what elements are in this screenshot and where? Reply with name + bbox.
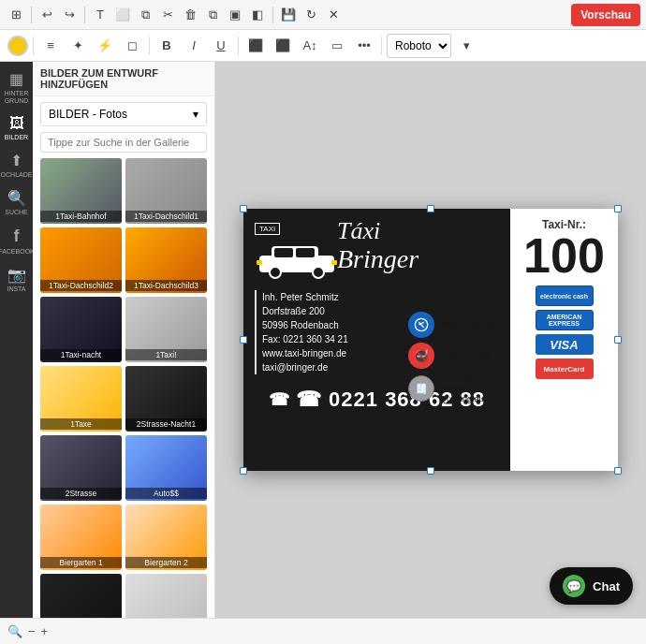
svg-rect-6	[257, 260, 262, 265]
thumb-label: 1Taxi-Dachschild3	[125, 280, 207, 291]
nosmoking-row: 🚭 Rauchverbot!	[408, 343, 507, 369]
list-item[interactable]: Fahrerinnenraum	[40, 574, 122, 618]
delete-button[interactable]: 🗑	[180, 5, 200, 25]
list-item[interactable]: 1Taxe	[40, 366, 122, 432]
format-separator-3	[238, 37, 239, 55]
thumb-label: 1Taxi-Dachschild2	[40, 280, 122, 291]
text-frame-button[interactable]: ▭	[325, 34, 349, 58]
bottom-bar: 🔍 − +	[0, 618, 646, 644]
format-toolbar: ≡ ✦ ⚡ ◻ B I U ⬛ ⬛ A↕ ▭ ••• Roboto ▾	[0, 30, 646, 62]
top-toolbar: ⊞ ↩ ↪ T ⬜ ⧉ ✂ 🗑 ⧉ ▣ ◧ 💾 ↻ ✕ Vorschau	[0, 0, 646, 30]
close-button[interactable]: ✕	[323, 5, 344, 25]
hintergrund-icon: ▦	[9, 70, 23, 88]
sidebar-item-bilder[interactable]: 🖼 BILDER	[3, 110, 31, 145]
toolbar-separator-3	[272, 7, 273, 23]
card-left-section: TAXI	[243, 209, 510, 471]
eraser-button[interactable]: ◻	[120, 34, 144, 58]
main-area: ▦ HINTERGRUND 🖼 BILDER ⬆ HOCHLADEN 🔍 SUC…	[0, 62, 646, 618]
toolbar-separator	[31, 7, 32, 23]
italic-button[interactable]: I	[182, 34, 206, 58]
vorschau-button[interactable]: Vorschau	[571, 4, 640, 26]
seatbelt-svg	[414, 317, 429, 332]
grid-icon[interactable]: ⊞	[6, 5, 26, 25]
seatbelt-icon	[408, 312, 434, 338]
group-button[interactable]: ▣	[225, 5, 245, 25]
list-item[interactable]: 1Taxi-Dachschild2	[40, 227, 122, 293]
format-separator-1	[33, 37, 34, 55]
sidebar-item-suche[interactable]: 🔍 SUCHE	[3, 184, 31, 220]
sparkle-button[interactable]: ✦	[66, 34, 90, 58]
list-item[interactable]: Fahrertaxi	[125, 574, 207, 618]
selection-handle-tr[interactable]	[614, 205, 622, 212]
thumb-label: 2Strasse-Nacht1	[125, 418, 207, 430]
amex-badge: AMERICAN EXPRESS	[536, 310, 594, 330]
nosmoking-icon: 🚭	[408, 343, 434, 369]
sidebar-item-insta[interactable]: 📷 INSTA	[3, 261, 31, 297]
list-item[interactable]: 2Strasse	[40, 435, 122, 501]
list-item[interactable]: Auto$$	[125, 435, 207, 501]
selection-handle-mr[interactable]	[614, 336, 622, 344]
zoom-out-button[interactable]: −	[28, 624, 36, 638]
svg-point-5	[313, 267, 324, 278]
lightning-button[interactable]: ⚡	[93, 34, 117, 58]
seatbelt-row: Bitte anschnallen!	[408, 312, 507, 338]
receipt-row: 🧾 Wir stellen Ihnen gerne eine Quittung …	[408, 373, 507, 403]
scissors-button[interactable]: ✂	[157, 5, 178, 25]
list-item[interactable]: Biergarten 1	[40, 505, 122, 570]
selection-handle-br[interactable]	[614, 467, 622, 475]
chat-button[interactable]: 💬 Chat	[550, 567, 633, 605]
svg-rect-2	[274, 248, 293, 257]
design-card[interactable]: TAXI	[243, 209, 618, 471]
canvas-area[interactable]: TAXI	[215, 62, 646, 618]
receipt-icon: 🧾	[408, 375, 434, 402]
copy-button[interactable]: ⧉	[135, 5, 155, 25]
bold-button[interactable]: B	[154, 34, 179, 58]
list-item[interactable]: 1Taxi-nacht	[40, 297, 122, 362]
sidebar-item-hochladen[interactable]: ⬆ HOCHLADEN	[3, 147, 31, 183]
zoom-icon[interactable]: 🔍	[7, 624, 22, 638]
duplicate-button[interactable]: ⧉	[202, 5, 223, 25]
font-dropdown-arrow[interactable]: ▾	[454, 34, 478, 58]
underline-button[interactable]: U	[209, 34, 233, 58]
frame-tool-button[interactable]: ⬜	[112, 5, 133, 25]
font-selector[interactable]: Roboto	[387, 34, 451, 58]
service-icons: Bitte anschnallen! 🚭 Rauchverbot! 🧾 Wir …	[408, 312, 507, 403]
payment-logos: electronic cash AMERICAN EXPRESS VISA Ma…	[518, 285, 610, 379]
format-separator-4	[381, 37, 382, 55]
save-button[interactable]: 💾	[278, 5, 299, 25]
dropdown-chevron-icon: ▾	[193, 108, 198, 121]
text-tool-button[interactable]: T	[90, 5, 110, 25]
toolbar-separator-2	[84, 7, 85, 23]
sidebar-item-facebook[interactable]: f FACEBOOK	[3, 222, 31, 259]
taxi-brand-name: Táxi Bringer	[337, 218, 418, 273]
svg-rect-3	[296, 248, 315, 257]
refresh-button[interactable]: ↻	[301, 5, 321, 25]
text-size-button[interactable]: A↕	[298, 34, 322, 58]
align-right-button[interactable]: ⬛	[271, 34, 295, 58]
undo-button[interactable]: ↩	[37, 5, 57, 25]
color-picker[interactable]	[7, 36, 28, 56]
list-item[interactable]: 1Taxi-Dachschild1	[125, 158, 207, 224]
category-dropdown[interactable]: BILDER - Fotos ▾	[40, 102, 207, 126]
thumb-label: 1Taxi!	[125, 349, 207, 360]
hochladen-icon: ⬆	[10, 152, 22, 169]
mastercard-badge: MasterCard	[536, 359, 594, 379]
list-item[interactable]: Biergarten 2	[125, 505, 207, 570]
phone-icon: ☎	[269, 389, 290, 410]
align-left-button[interactable]: ⬛	[243, 34, 268, 58]
zoom-in-button[interactable]: +	[41, 624, 49, 638]
taxi-brand: TAXI	[255, 218, 499, 283]
gallery-search-input[interactable]	[40, 132, 207, 153]
thumb-label: 2Strasse	[40, 488, 122, 499]
list-item[interactable]: 2Strasse-Nacht1	[125, 366, 207, 432]
thumb-label: 1Taxi-Bahnhof	[40, 211, 122, 222]
more-options-button[interactable]: •••	[352, 34, 376, 58]
list-item[interactable]: 1Taxi-Dachschild3	[125, 227, 207, 293]
format-separator-2	[149, 37, 150, 55]
align-center-button[interactable]: ≡	[38, 34, 63, 58]
sidebar-item-hintergrund[interactable]: ▦ HINTERGRUND	[3, 66, 31, 109]
list-item[interactable]: 1Taxi-Bahnhof	[40, 158, 122, 224]
list-item[interactable]: 1Taxi!	[125, 297, 207, 362]
layers-button[interactable]: ◧	[247, 5, 268, 25]
redo-button[interactable]: ↪	[59, 5, 80, 25]
